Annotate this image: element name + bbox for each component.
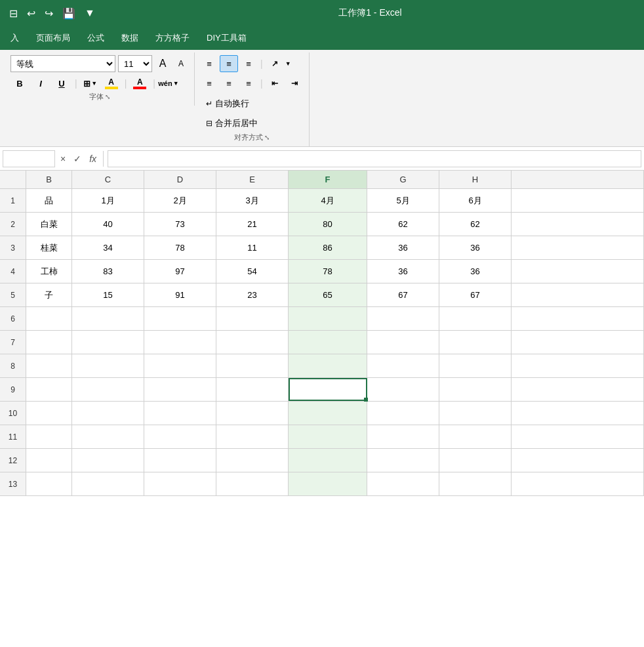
menu-item-fangfange[interactable]: 方方格子	[148, 30, 197, 47]
cell-B4[interactable]: 工柿	[26, 260, 72, 283]
cell-B12[interactable]	[26, 449, 72, 472]
cell-G9[interactable]	[367, 378, 439, 401]
decrease-indent-btn[interactable]: ⇤	[266, 75, 284, 92]
row-num-9[interactable]: 9	[0, 378, 26, 401]
menu-item-page-layout[interactable]: 页面布局	[28, 30, 78, 47]
font-increase-btn[interactable]: A	[155, 56, 171, 72]
cell-rest-5[interactable]	[512, 283, 644, 306]
redo-icon[interactable]: ↪	[42, 6, 56, 21]
menu-item-formula[interactable]: 公式	[79, 30, 112, 47]
cell-C4[interactable]: 83	[72, 260, 144, 283]
cell-D2[interactable]: 73	[144, 213, 216, 236]
cell-B8[interactable]	[26, 354, 72, 377]
cell-rest-13[interactable]	[512, 472, 644, 495]
cell-rest-1[interactable]	[512, 189, 644, 212]
cell-D10[interactable]	[144, 402, 216, 425]
cell-H4[interactable]: 36	[439, 260, 512, 283]
cell-rest-4[interactable]	[512, 260, 644, 283]
cell-G13[interactable]	[367, 472, 439, 495]
bold-btn[interactable]: B	[10, 75, 29, 92]
cell-F2[interactable]: 80	[289, 213, 367, 236]
cell-E13[interactable]	[216, 472, 289, 495]
cell-H10[interactable]	[439, 402, 512, 425]
font-color-btn[interactable]: A	[131, 75, 149, 92]
col-header-c[interactable]: C	[72, 171, 144, 188]
cell-rest-11[interactable]	[512, 425, 644, 448]
cell-C8[interactable]	[72, 354, 144, 377]
increase-indent-btn[interactable]: ⇥	[285, 75, 304, 92]
cell-E6[interactable]	[216, 307, 289, 330]
col-header-h[interactable]: H	[439, 171, 512, 188]
cell-E1[interactable]: 3月	[216, 189, 289, 212]
cell-rest-3[interactable]	[512, 236, 644, 259]
cell-rest-12[interactable]	[512, 449, 644, 472]
col-header-b[interactable]: B	[26, 171, 72, 188]
cell-C6[interactable]	[72, 307, 144, 330]
cell-rest-2[interactable]	[512, 213, 644, 236]
cell-E7[interactable]	[216, 331, 289, 354]
row-num-7[interactable]: 7	[0, 331, 26, 354]
cell-B3[interactable]: 桂菜	[26, 236, 72, 259]
cell-D13[interactable]	[144, 472, 216, 495]
cell-B1[interactable]: 品	[26, 189, 72, 212]
cell-F6[interactable]	[289, 307, 367, 330]
cell-F12[interactable]	[289, 449, 367, 472]
cell-G3[interactable]: 36	[367, 236, 439, 259]
cell-F7[interactable]	[289, 331, 367, 354]
cell-D4[interactable]: 97	[144, 260, 216, 283]
text-format-btn[interactable]: wén ▼	[159, 75, 178, 92]
middle-align-btn[interactable]: ≡	[220, 55, 238, 72]
cell-D6[interactable]	[144, 307, 216, 330]
cell-E10[interactable]	[216, 402, 289, 425]
cell-E4[interactable]: 54	[216, 260, 289, 283]
cell-G5[interactable]: 67	[367, 283, 439, 306]
menu-item-data[interactable]: 数据	[113, 30, 146, 47]
cell-E3[interactable]: 11	[216, 236, 289, 259]
cell-F13[interactable]	[289, 472, 367, 495]
cell-D3[interactable]: 78	[144, 236, 216, 259]
left-align-btn[interactable]: ≡	[200, 75, 218, 92]
row-num-10[interactable]: 10	[0, 402, 26, 425]
cell-H8[interactable]	[439, 354, 512, 377]
col-header-g[interactable]: G	[367, 171, 439, 188]
cell-G1[interactable]: 5月	[367, 189, 439, 212]
cell-C7[interactable]	[72, 331, 144, 354]
cell-E9[interactable]	[216, 378, 289, 401]
font-decrease-btn[interactable]: A	[173, 56, 189, 72]
col-header-rest[interactable]	[512, 171, 644, 188]
formula-input[interactable]	[108, 150, 641, 167]
cell-D7[interactable]	[144, 331, 216, 354]
undo-icon[interactable]: ↩	[24, 6, 38, 21]
row-num-5[interactable]: 5	[0, 283, 26, 306]
top-align-btn[interactable]: ≡	[200, 55, 218, 72]
orientation-dropdown[interactable]: ▼	[285, 60, 291, 67]
cell-F1[interactable]: 4月	[289, 189, 367, 212]
row-num-12[interactable]: 12	[0, 449, 26, 472]
menu-item-insert[interactable]: 入	[3, 30, 27, 47]
row-num-3[interactable]: 3	[0, 236, 26, 259]
cell-B7[interactable]	[26, 331, 72, 354]
cell-D9[interactable]	[144, 378, 216, 401]
cell-H13[interactable]	[439, 472, 512, 495]
right-align-btn[interactable]: ≡	[239, 75, 258, 92]
italic-btn[interactable]: I	[31, 75, 50, 92]
cell-H1[interactable]: 6月	[439, 189, 512, 212]
cell-D11[interactable]	[144, 425, 216, 448]
orientation-btn[interactable]: ↗	[266, 55, 284, 72]
cell-C13[interactable]	[72, 472, 144, 495]
align-expand-icon[interactable]: ⤡	[264, 134, 270, 141]
cell-G4[interactable]: 36	[367, 260, 439, 283]
cell-C1[interactable]: 1月	[72, 189, 144, 212]
cell-H11[interactable]	[439, 425, 512, 448]
cell-G12[interactable]	[367, 449, 439, 472]
cell-E12[interactable]	[216, 449, 289, 472]
merge-center-btn[interactable]: ⊟ 合并后居中	[200, 114, 304, 133]
menu-item-diy[interactable]: DIY工具箱	[199, 30, 254, 47]
cell-C12[interactable]	[72, 449, 144, 472]
cell-rest-9[interactable]	[512, 378, 644, 401]
cell-F8[interactable]	[289, 354, 367, 377]
row-num-2[interactable]: 2	[0, 213, 26, 236]
row-num-8[interactable]: 8	[0, 354, 26, 377]
cell-G11[interactable]	[367, 425, 439, 448]
dropdown-icon[interactable]: ▼	[82, 6, 98, 20]
